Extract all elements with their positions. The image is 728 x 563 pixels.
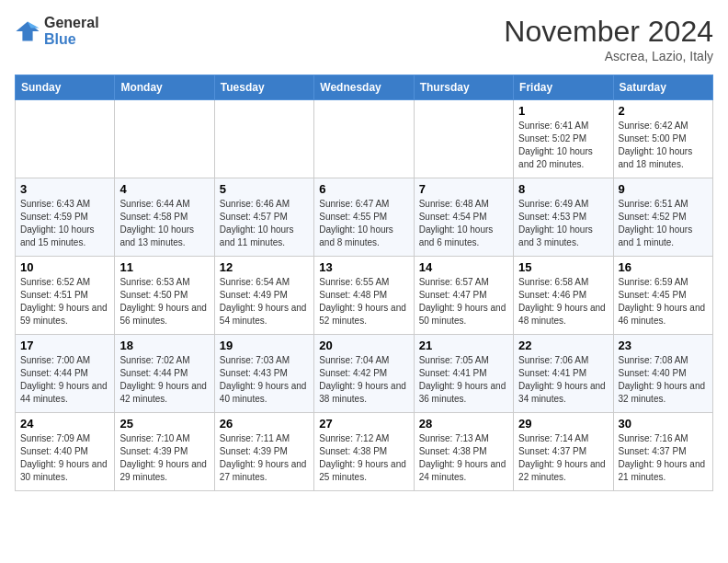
calendar-cell-1-3: 6Sunrise: 6:47 AM Sunset: 4:55 PM Daylig…	[314, 178, 414, 257]
day-number: 8	[518, 182, 608, 196]
calendar-cell-2-4: 14Sunrise: 6:57 AM Sunset: 4:47 PM Dayli…	[414, 257, 513, 335]
day-number: 30	[619, 417, 708, 431]
day-info: Sunrise: 6:58 AM Sunset: 4:46 PM Dayligh…	[518, 276, 608, 327]
day-number: 21	[419, 339, 508, 352]
calendar-table: Sunday Monday Tuesday Wednesday Thursday…	[15, 75, 713, 491]
day-info: Sunrise: 6:51 AM Sunset: 4:52 PM Dayligh…	[619, 198, 708, 249]
calendar-cell-1-6: 9Sunrise: 6:51 AM Sunset: 4:52 PM Daylig…	[613, 178, 712, 257]
day-info: Sunrise: 6:43 AM Sunset: 4:59 PM Dayligh…	[20, 198, 109, 249]
day-number: 1	[518, 104, 608, 118]
day-info: Sunrise: 7:12 AM Sunset: 4:38 PM Dayligh…	[319, 432, 408, 484]
day-info: Sunrise: 7:00 AM Sunset: 4:44 PM Dayligh…	[20, 354, 109, 406]
calendar-row-4: 24Sunrise: 7:09 AM Sunset: 4:40 PM Dayli…	[16, 413, 713, 491]
calendar-cell-1-2: 5Sunrise: 6:46 AM Sunset: 4:57 PM Daylig…	[214, 178, 313, 257]
calendar-row-2: 10Sunrise: 6:52 AM Sunset: 4:51 PM Dayli…	[16, 257, 713, 335]
day-info: Sunrise: 6:46 AM Sunset: 4:57 PM Dayligh…	[220, 198, 309, 249]
calendar-cell-0-1	[115, 100, 214, 178]
day-info: Sunrise: 6:44 AM Sunset: 4:58 PM Dayligh…	[119, 198, 209, 249]
logo: General Blue	[15, 15, 99, 48]
calendar-cell-3-4: 21Sunrise: 7:05 AM Sunset: 4:41 PM Dayli…	[414, 335, 513, 413]
day-number: 4	[119, 182, 209, 196]
day-info: Sunrise: 7:11 AM Sunset: 4:39 PM Dayligh…	[220, 432, 309, 484]
day-info: Sunrise: 7:08 AM Sunset: 4:40 PM Dayligh…	[619, 354, 708, 406]
calendar-cell-2-0: 10Sunrise: 6:52 AM Sunset: 4:51 PM Dayli…	[16, 257, 115, 335]
calendar-cell-1-4: 7Sunrise: 6:48 AM Sunset: 4:54 PM Daylig…	[414, 178, 513, 257]
calendar-cell-0-4	[414, 100, 513, 178]
day-info: Sunrise: 6:53 AM Sunset: 4:50 PM Dayligh…	[119, 276, 209, 327]
day-number: 11	[119, 260, 209, 274]
day-info: Sunrise: 7:09 AM Sunset: 4:40 PM Dayligh…	[20, 432, 109, 484]
header-thursday: Thursday	[414, 75, 513, 100]
calendar-cell-0-6: 2Sunrise: 6:42 AM Sunset: 5:00 PM Daylig…	[613, 100, 712, 178]
day-info: Sunrise: 6:48 AM Sunset: 4:54 PM Dayligh…	[419, 198, 508, 249]
day-number: 20	[319, 339, 408, 352]
header-sunday: Sunday	[16, 75, 115, 100]
calendar-cell-3-0: 17Sunrise: 7:00 AM Sunset: 4:44 PM Dayli…	[16, 335, 115, 413]
calendar-cell-1-5: 8Sunrise: 6:49 AM Sunset: 4:53 PM Daylig…	[514, 178, 613, 257]
day-number: 13	[319, 260, 408, 274]
day-info: Sunrise: 6:57 AM Sunset: 4:47 PM Dayligh…	[419, 276, 508, 327]
calendar-cell-4-0: 24Sunrise: 7:09 AM Sunset: 4:40 PM Dayli…	[16, 413, 115, 491]
calendar-cell-2-1: 11Sunrise: 6:53 AM Sunset: 4:50 PM Dayli…	[115, 257, 214, 335]
day-info: Sunrise: 6:42 AM Sunset: 5:00 PM Dayligh…	[619, 120, 708, 171]
calendar-cell-3-3: 20Sunrise: 7:04 AM Sunset: 4:42 PM Dayli…	[314, 335, 414, 413]
day-info: Sunrise: 7:06 AM Sunset: 4:41 PM Dayligh…	[518, 354, 608, 406]
day-number: 3	[20, 182, 109, 196]
calendar-cell-4-2: 26Sunrise: 7:11 AM Sunset: 4:39 PM Dayli…	[214, 413, 313, 491]
day-number: 15	[518, 260, 608, 274]
day-info: Sunrise: 6:52 AM Sunset: 4:51 PM Dayligh…	[20, 276, 109, 327]
day-info: Sunrise: 6:55 AM Sunset: 4:48 PM Dayligh…	[319, 276, 408, 327]
calendar-cell-0-2	[214, 100, 313, 178]
day-number: 24	[20, 417, 109, 431]
calendar-cell-1-0: 3Sunrise: 6:43 AM Sunset: 4:59 PM Daylig…	[16, 178, 115, 257]
calendar-cell-4-1: 25Sunrise: 7:10 AM Sunset: 4:39 PM Dayli…	[115, 413, 214, 491]
day-number: 26	[220, 417, 309, 431]
day-number: 16	[619, 260, 708, 274]
day-info: Sunrise: 7:05 AM Sunset: 4:41 PM Dayligh…	[419, 354, 508, 406]
svg-marker-0	[16, 22, 39, 41]
calendar-cell-4-4: 28Sunrise: 7:13 AM Sunset: 4:38 PM Dayli…	[414, 413, 513, 491]
day-number: 12	[220, 260, 309, 274]
day-number: 7	[419, 182, 508, 196]
day-number: 10	[20, 260, 109, 274]
calendar-cell-1-1: 4Sunrise: 6:44 AM Sunset: 4:58 PM Daylig…	[115, 178, 214, 257]
location-title: Ascrea, Lazio, Italy	[504, 49, 713, 63]
month-title: November 2024	[504, 15, 713, 49]
header-wednesday: Wednesday	[314, 75, 414, 100]
calendar-cell-4-3: 27Sunrise: 7:12 AM Sunset: 4:38 PM Dayli…	[314, 413, 414, 491]
header-monday: Monday	[115, 75, 214, 100]
logo-text: General Blue	[44, 15, 99, 48]
header-tuesday: Tuesday	[214, 75, 313, 100]
day-number: 23	[619, 339, 708, 352]
calendar-cell-4-6: 30Sunrise: 7:16 AM Sunset: 4:37 PM Dayli…	[613, 413, 712, 491]
day-info: Sunrise: 7:10 AM Sunset: 4:39 PM Dayligh…	[119, 432, 209, 484]
calendar-cell-0-0	[16, 100, 115, 178]
day-number: 25	[119, 417, 209, 431]
calendar-cell-2-2: 12Sunrise: 6:54 AM Sunset: 4:49 PM Dayli…	[214, 257, 313, 335]
day-info: Sunrise: 7:02 AM Sunset: 4:44 PM Dayligh…	[119, 354, 209, 406]
day-number: 18	[119, 339, 209, 352]
day-info: Sunrise: 7:13 AM Sunset: 4:38 PM Dayligh…	[419, 432, 508, 484]
title-block: November 2024 Ascrea, Lazio, Italy	[504, 15, 713, 63]
calendar-row-3: 17Sunrise: 7:00 AM Sunset: 4:44 PM Dayli…	[16, 335, 713, 413]
logo-icon	[15, 18, 40, 44]
calendar-cell-3-1: 18Sunrise: 7:02 AM Sunset: 4:44 PM Dayli…	[115, 335, 214, 413]
day-info: Sunrise: 7:14 AM Sunset: 4:37 PM Dayligh…	[518, 432, 608, 484]
calendar-row-1: 3Sunrise: 6:43 AM Sunset: 4:59 PM Daylig…	[16, 178, 713, 257]
day-info: Sunrise: 6:47 AM Sunset: 4:55 PM Dayligh…	[319, 198, 408, 249]
calendar-cell-3-2: 19Sunrise: 7:03 AM Sunset: 4:43 PM Dayli…	[214, 335, 313, 413]
calendar-cell-3-5: 22Sunrise: 7:06 AM Sunset: 4:41 PM Dayli…	[514, 335, 613, 413]
day-info: Sunrise: 6:54 AM Sunset: 4:49 PM Dayligh…	[220, 276, 309, 327]
day-info: Sunrise: 6:59 AM Sunset: 4:45 PM Dayligh…	[619, 276, 708, 327]
calendar-row-0: 1Sunrise: 6:41 AM Sunset: 5:02 PM Daylig…	[16, 100, 713, 178]
header-saturday: Saturday	[613, 75, 712, 100]
day-number: 17	[20, 339, 109, 352]
day-number: 27	[319, 417, 408, 431]
calendar-cell-2-3: 13Sunrise: 6:55 AM Sunset: 4:48 PM Dayli…	[314, 257, 414, 335]
day-number: 28	[419, 417, 508, 431]
day-info: Sunrise: 6:41 AM Sunset: 5:02 PM Dayligh…	[518, 120, 608, 171]
day-number: 9	[619, 182, 708, 196]
day-number: 2	[619, 104, 708, 118]
weekday-header-row: Sunday Monday Tuesday Wednesday Thursday…	[16, 75, 713, 100]
day-number: 19	[220, 339, 309, 352]
